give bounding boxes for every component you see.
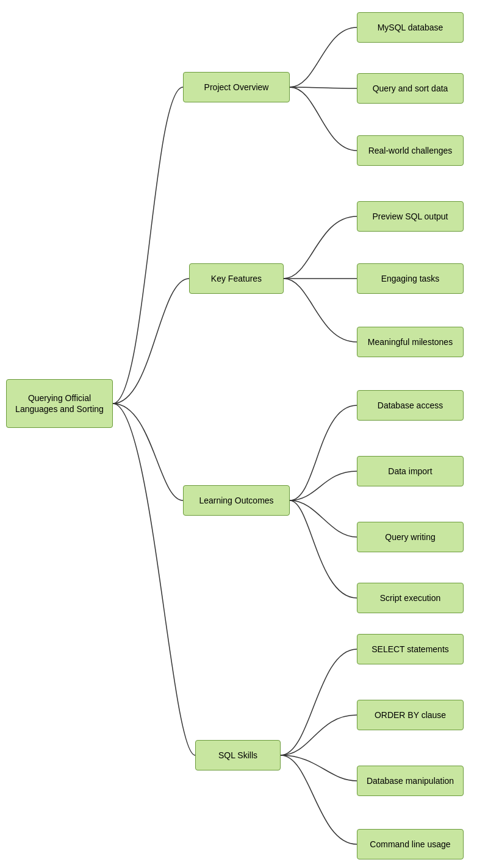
sql-skills-label: SQL Skills [218, 750, 257, 761]
project-overview-node: Project Overview [183, 72, 290, 102]
engaging-label: Engaging tasks [381, 273, 440, 284]
script-exec-node: Script execution [357, 583, 464, 613]
milestones-label: Meaningful milestones [368, 336, 453, 347]
db-access-label: Database access [378, 400, 443, 411]
milestones-node: Meaningful milestones [357, 327, 464, 357]
key-features-label: Key Features [211, 273, 262, 284]
mindmap-container: Querying Official Languages and Sorting … [0, 0, 488, 868]
select-stmt-label: SELECT statements [371, 644, 449, 655]
sql-skills-node: SQL Skills [195, 740, 281, 770]
learning-outcomes-label: Learning Outcomes [199, 495, 273, 506]
order-by-node: ORDER BY clause [357, 700, 464, 730]
query-sort-label: Query and sort data [373, 83, 448, 94]
cmd-line-node: Command line usage [357, 829, 464, 859]
learning-outcomes-node: Learning Outcomes [183, 485, 290, 516]
realworld-node: Real-world challenges [357, 135, 464, 166]
query-writing-label: Query writing [385, 532, 435, 542]
data-import-label: Data import [388, 466, 432, 477]
mysql-db-node: MySQL database [357, 12, 464, 43]
engaging-node: Engaging tasks [357, 263, 464, 294]
cmd-line-label: Command line usage [370, 839, 450, 850]
root-label: Querying Official Languages and Sorting [13, 393, 106, 414]
project-overview-label: Project Overview [204, 82, 269, 93]
query-sort-node: Query and sort data [357, 73, 464, 104]
db-manip-label: Database manipulation [367, 775, 454, 786]
connections-svg [0, 0, 488, 868]
db-access-node: Database access [357, 390, 464, 421]
script-exec-label: Script execution [380, 592, 441, 603]
preview-sql-label: Preview SQL output [373, 211, 448, 222]
select-stmt-node: SELECT statements [357, 634, 464, 664]
root-node: Querying Official Languages and Sorting [6, 379, 113, 428]
order-by-label: ORDER BY clause [375, 710, 446, 720]
data-import-node: Data import [357, 456, 464, 486]
key-features-node: Key Features [189, 263, 284, 294]
mysql-db-label: MySQL database [378, 22, 443, 33]
realworld-label: Real-world challenges [368, 145, 453, 156]
preview-sql-node: Preview SQL output [357, 201, 464, 232]
query-writing-node: Query writing [357, 522, 464, 552]
db-manip-node: Database manipulation [357, 766, 464, 796]
